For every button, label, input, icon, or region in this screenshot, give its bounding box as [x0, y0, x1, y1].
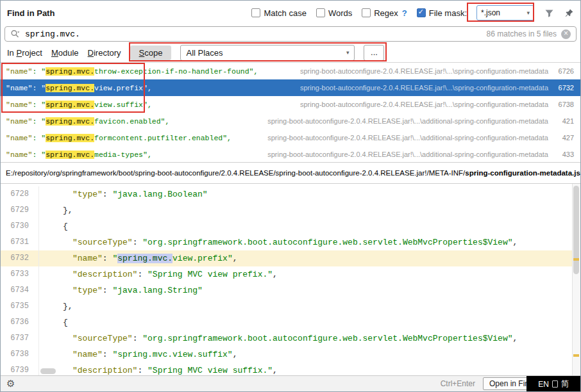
result-file-path: spring-boot-autoconfigure-2.0.4.RELEASE.…	[300, 67, 548, 75]
line-number: 6738	[1, 347, 39, 363]
find-in-path-dialog: Find in Path Match case Words Regex ? Fi…	[0, 0, 581, 392]
regex-help-link[interactable]: ?	[402, 8, 407, 18]
result-code: "name": "spring.mvc.formcontent.putfilte…	[6, 134, 232, 142]
line-number: 6736	[1, 314, 39, 331]
scope-tabs: In ProjectModuleDirectoryScope	[7, 45, 171, 60]
words-label: Words	[328, 8, 352, 18]
editor-line[interactable]: 6737"sourceType": "org.springframework.b…	[1, 331, 580, 347]
result-row[interactable]: "name": "spring.mvc.formcontent.putfilte…	[1, 129, 580, 146]
code-token: spring.mvc.	[117, 254, 173, 263]
find-stripe-marker[interactable]	[573, 354, 579, 357]
dialog-footer: Ctrl+Enter Open in Find Window EN 简	[1, 375, 580, 391]
words-option[interactable]: Words	[316, 8, 352, 18]
result-row[interactable]: "name": "spring.mvc.view.prefix",spring-…	[1, 79, 580, 96]
ime-cn-label: 简	[561, 379, 569, 389]
result-file-path: spring-boot-autoconfigure-2.0.4.RELEASE.…	[267, 151, 548, 158]
pin-icon[interactable]	[564, 8, 574, 18]
scope-row: In ProjectModuleDirectoryScope All Place…	[1, 43, 580, 62]
editor-line[interactable]: 6734"type": "java.lang.String"	[1, 282, 580, 298]
result-key: "name"	[6, 84, 32, 92]
match-highlight: spring.mvc.	[46, 84, 94, 92]
scope-tab-in-project[interactable]: In Project	[7, 48, 42, 58]
file-mask-combo[interactable]: *.json ▾	[476, 5, 534, 20]
clear-search-icon[interactable]	[561, 29, 571, 39]
result-key: "name"	[6, 134, 32, 142]
scope-tab-directory[interactable]: Directory	[88, 48, 121, 58]
result-separator: : "	[32, 84, 46, 92]
code-token: ,	[273, 270, 278, 279]
code-token: "type"	[72, 286, 103, 295]
scope-tab-scope[interactable]: Scope	[130, 45, 172, 60]
match-highlight: spring.mvc.	[46, 117, 94, 126]
code-token: {	[63, 222, 68, 231]
gear-icon[interactable]	[6, 378, 15, 389]
regex-checkbox[interactable]	[362, 8, 371, 17]
search-field[interactable]: spring.mvc. 86 matches in 5 files	[4, 26, 577, 42]
code-text: "description": "Spring MVC view prefix."…	[39, 266, 278, 282]
code-token: :	[103, 286, 113, 295]
editor-line[interactable]: 6728"type": "java.lang.Boolean"	[1, 186, 580, 202]
result-row[interactable]: "name": "spring.mvc.throw-exception-if-n…	[1, 63, 580, 79]
dialog-header: Find in Path Match case Words Regex ? Fi…	[1, 1, 580, 25]
match-case-checkbox[interactable]	[251, 8, 260, 17]
line-number: 6732	[1, 250, 39, 266]
result-key: "name"	[6, 67, 32, 76]
code-token: ,	[273, 366, 278, 375]
result-rest: formcontent.putfilter.enabled",	[94, 134, 232, 142]
code-token: ,	[513, 238, 518, 247]
scope-tab-module[interactable]: Module	[51, 48, 79, 58]
result-rest: throw-exception-if-no-handler-found",	[94, 67, 258, 76]
match-case-label: Match case	[264, 8, 306, 18]
editor-line[interactable]: 6739"description": "Spring MVC view suff…	[1, 363, 580, 375]
code-token: :	[137, 366, 147, 375]
code-text: "type": "java.lang.Boolean"	[39, 186, 208, 202]
editor-line[interactable]: 6736{	[1, 314, 580, 331]
find-stripe-marker[interactable]	[573, 258, 579, 261]
code-token: {	[63, 318, 68, 327]
result-line-number: 433	[552, 151, 574, 158]
editor-vscrollbar-track[interactable]	[572, 184, 580, 375]
code-token: "sourceType"	[72, 334, 133, 343]
file-mask-label: File mask:	[429, 8, 467, 18]
editor-line[interactable]: 6730{	[1, 218, 580, 234]
search-query-input[interactable]: spring.mvc.	[25, 29, 80, 39]
code-token: },	[63, 206, 73, 215]
editor-line[interactable]: 6732"name": "spring.mvc.view.prefix",	[1, 250, 580, 266]
editor-hscrollbar-thumb[interactable]	[40, 368, 56, 374]
file-mask-checkbox[interactable]	[417, 8, 426, 17]
ime-lang-label: EN	[538, 380, 549, 389]
filter-icon[interactable]	[544, 8, 554, 18]
scope-browse-button[interactable]: ...	[364, 45, 384, 61]
words-checkbox[interactable]	[316, 8, 325, 17]
result-code: "name": "spring.mvc.media-types",	[6, 151, 152, 159]
result-rest: view.prefix",	[94, 84, 152, 92]
editor-vscrollbar-thumb[interactable]	[573, 186, 579, 274]
preview-path-filename: spring-configuration-metadata.json	[465, 169, 580, 177]
search-icon[interactable]	[10, 29, 21, 39]
file-mask-value: *.json	[481, 8, 500, 17]
editor-line[interactable]: 6731"sourceType": "org.springframework.b…	[1, 234, 580, 250]
result-file-path: spring-boot-autoconfigure-2.0.4.RELEASE.…	[300, 84, 548, 92]
code-text: },	[39, 202, 73, 218]
line-number: 6731	[1, 234, 39, 250]
code-text: },	[39, 298, 73, 314]
code-token: "Spring MVC view suffix."	[147, 366, 273, 375]
code-text: "name": "spring.mvc.view.prefix",	[39, 250, 238, 266]
result-code: "name": "spring.mvc.view.suffix",	[6, 101, 152, 109]
file-mask-option[interactable]: File mask:	[417, 8, 467, 18]
result-code: "name": "spring.mvc.favicon.enabled",	[6, 117, 169, 126]
editor-line[interactable]: 6738"name": "spring.mvc.view.suffix",	[1, 347, 580, 363]
result-row[interactable]: "name": "spring.mvc.favicon.enabled",spr…	[1, 113, 580, 129]
scope-combo[interactable]: All Places ▾	[180, 45, 355, 61]
code-token: "type"	[72, 190, 103, 199]
code-token: "description"	[72, 366, 137, 375]
result-row[interactable]: "name": "spring.mvc.media-types",spring-…	[1, 146, 580, 162]
editor-line[interactable]: 6735},	[1, 298, 580, 314]
regex-option[interactable]: Regex ?	[362, 8, 407, 18]
ime-language-badge[interactable]: EN 简	[526, 376, 580, 392]
keyboard-icon	[552, 380, 558, 388]
editor-line[interactable]: 6729},	[1, 202, 580, 218]
match-case-option[interactable]: Match case	[251, 8, 306, 18]
result-row[interactable]: "name": "spring.mvc.view.suffix",spring-…	[1, 96, 580, 113]
editor-line[interactable]: 6733"description": "Spring MVC view pref…	[1, 266, 580, 282]
